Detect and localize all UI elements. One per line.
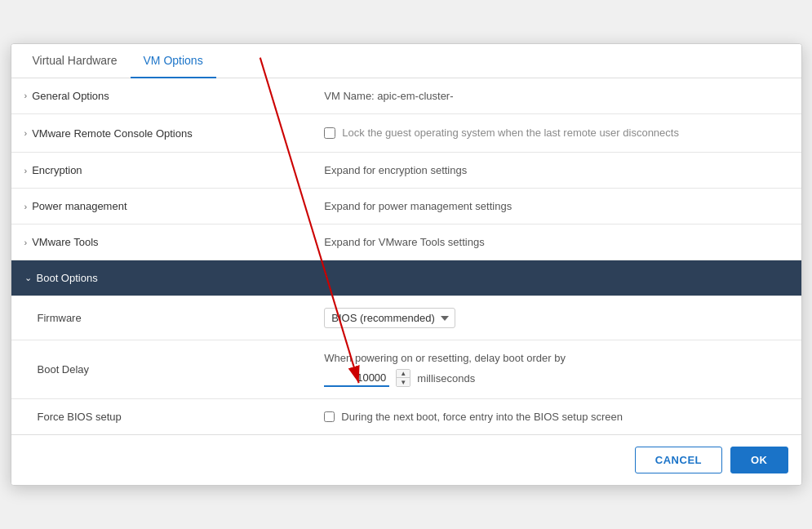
content-area: › General Options VM Name: apic-em-clust… (11, 78, 801, 434)
boot-delay-input[interactable] (324, 370, 389, 387)
tab-vm-options[interactable]: VM Options (131, 44, 216, 78)
spinner-down-button[interactable]: ▼ (397, 378, 410, 386)
force-bios-checkbox-label: During the next boot, force entry into t… (341, 411, 623, 423)
boot-delay-description: When powering on or resetting, delay boo… (324, 352, 788, 364)
force-bios-wrap: During the next boot, force entry into t… (324, 411, 788, 423)
tab-bar: Virtual Hardware VM Options (11, 44, 801, 78)
boot-delay-spinner: ▲ ▼ (396, 369, 410, 387)
chevron-right-icon: › (24, 91, 28, 100)
power-mgmt-label: Power management (32, 200, 126, 212)
table-row: › General Options VM Name: apic-em-clust… (11, 78, 801, 114)
vmware-tools-value: Expand for VMware Tools settings (324, 236, 484, 248)
general-options-value: VM Name: apic-em-cluster- (324, 90, 453, 102)
tab-virtual-hardware[interactable]: Virtual Hardware (20, 44, 131, 78)
general-options-label: General Options (32, 90, 109, 102)
vmrc-checkbox-label: Lock the guest operating system when the… (342, 126, 679, 140)
chevron-right-icon: › (24, 238, 28, 247)
vmrc-checkbox[interactable] (324, 127, 335, 139)
chevron-right-icon: › (24, 202, 28, 211)
force-bios-label: Force BIOS setup (38, 411, 122, 423)
table-row-boot-options-header: ⌄ Boot Options (11, 260, 801, 296)
ok-button[interactable]: OK (730, 447, 788, 473)
dialog-footer: CANCEL OK (11, 434, 801, 485)
row-label-encryption: › Encryption (24, 164, 299, 176)
table-row-force-bios: Force BIOS setup During the next boot, f… (11, 399, 801, 435)
chevron-right-icon: › (24, 166, 28, 176)
chevron-down-icon: ⌄ (24, 273, 32, 283)
vmrc-label: VMware Remote Console Options (32, 127, 193, 140)
vmrc-checkbox-wrap: Lock the guest operating system when the… (324, 126, 788, 140)
boot-delay-wrap: When powering on or resetting, delay boo… (324, 352, 788, 387)
vmware-tools-label: VMware Tools (32, 236, 98, 248)
table-row: › Encryption Expand for encryption setti… (11, 153, 801, 189)
cancel-button[interactable]: CANCEL (635, 447, 722, 473)
encryption-value: Expand for encryption settings (324, 164, 467, 176)
power-mgmt-value: Expand for power management settings (324, 200, 512, 212)
table-row-boot-delay: Boot Delay When powering on or resetting… (11, 340, 801, 399)
row-label-general-options: › General Options (24, 90, 299, 102)
chevron-right-icon: › (24, 128, 28, 138)
row-label-boot-options: ⌄ Boot Options (24, 272, 788, 284)
row-label-vmware-tools: › VMware Tools (24, 236, 299, 248)
vm-options-dialog: Virtual Hardware VM Options › General Op… (11, 43, 802, 486)
table-row-firmware: Firmware BIOS (recommended) EFI (11, 296, 801, 340)
table-row: › VMware Remote Console Options Lock the… (11, 113, 801, 152)
force-bios-checkbox[interactable] (324, 411, 335, 422)
spinner-up-button[interactable]: ▲ (397, 370, 410, 378)
boot-delay-label: Boot Delay (38, 363, 90, 376)
row-label-power-mgmt: › Power management (24, 200, 299, 212)
boot-delay-input-row: ▲ ▼ milliseconds (324, 369, 788, 387)
row-label-vmrc: › VMware Remote Console Options (24, 127, 299, 140)
encryption-label: Encryption (32, 164, 82, 176)
table-row: › VMware Tools Expand for VMware Tools s… (11, 224, 801, 260)
options-table: › General Options VM Name: apic-em-clust… (11, 78, 801, 434)
firmware-select[interactable]: BIOS (recommended) EFI (324, 308, 455, 328)
milliseconds-label: milliseconds (417, 372, 475, 385)
firmware-label: Firmware (38, 312, 82, 324)
boot-options-label: Boot Options (37, 272, 98, 284)
table-row: › Power management Expand for power mana… (11, 189, 801, 224)
